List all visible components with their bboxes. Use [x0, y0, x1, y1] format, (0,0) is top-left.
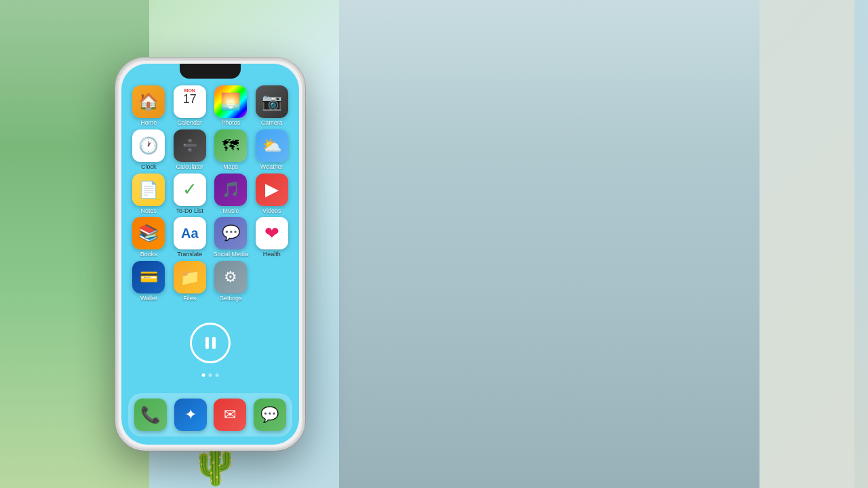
todo-icon: ✓	[174, 174, 206, 206]
health-label: Health	[263, 251, 281, 258]
social-icon: 💬	[214, 217, 247, 249]
appstore-icon: ✦	[174, 399, 207, 431]
app-videos[interactable]: ▶ Videos	[253, 174, 292, 215]
todo-label: To-Do List	[176, 207, 203, 215]
app-translate[interactable]: Aa Translate	[171, 217, 210, 258]
dock-phone[interactable]: 📞	[132, 399, 170, 431]
notes-label: Notes	[140, 207, 157, 215]
maps-icon: 🗺	[214, 129, 247, 162]
app-notes[interactable]: 📄 Notes	[130, 174, 168, 215]
files-icon: 📁	[174, 261, 206, 293]
calculator-label: Calculator	[176, 163, 203, 171]
app-maps[interactable]: 🗺 Maps	[212, 129, 250, 171]
messages-icon: 💬	[254, 399, 286, 431]
dock-mail[interactable]: ✉	[212, 399, 249, 431]
pause-button[interactable]	[190, 323, 231, 363]
clock-label: Clock	[141, 163, 157, 171]
maps-label: Maps	[223, 163, 238, 171]
page-dot-1[interactable]	[202, 373, 205, 377]
weather-icon: ⛅	[256, 129, 288, 162]
settings-icon: ⚙	[214, 261, 247, 293]
app-grid: 🏠 Home MON 17 Calendar 🌅 Photos 📷 Cam	[127, 83, 294, 305]
app-settings[interactable]: ⚙ Settings	[212, 261, 250, 302]
videos-icon: ▶	[256, 174, 288, 206]
app-books[interactable]: 📚 Books	[130, 217, 168, 258]
iphone-screen: 🏠 Home MON 17 Calendar 🌅 Photos 📷 Cam	[121, 64, 299, 445]
camera-icon: 📷	[256, 85, 288, 118]
photos-icon: 🌅	[214, 85, 247, 118]
app-wallet[interactable]: 💳 Wallet	[130, 261, 168, 302]
pause-icon	[205, 337, 216, 349]
wallet-icon: 💳	[132, 261, 165, 293]
background-window	[746, 0, 854, 488]
books-icon: 📚	[132, 217, 165, 249]
translate-label: Translate	[177, 251, 202, 258]
pause-bar-right	[212, 337, 216, 349]
iphone-frame: 🏠 Home MON 17 Calendar 🌅 Photos 📷 Cam	[115, 58, 305, 451]
app-photos[interactable]: 🌅 Photos	[212, 85, 250, 127]
camera-label: Camera	[261, 119, 283, 127]
background-person	[339, 0, 760, 488]
music-label: Music	[222, 207, 239, 215]
wallet-label: Wallet	[140, 295, 157, 302]
app-todo[interactable]: ✓ To-Do List	[171, 174, 210, 215]
app-clock[interactable]: 🕐 Clock	[130, 129, 168, 171]
calendar-label: Calendar	[177, 119, 202, 127]
home-icon: 🏠	[132, 85, 165, 118]
settings-label: Settings	[220, 295, 242, 302]
videos-label: Videos	[262, 207, 281, 215]
weather-label: Weather	[260, 163, 283, 171]
notes-icon: 📄	[132, 174, 165, 206]
dock-appstore[interactable]: ✦	[172, 399, 210, 431]
app-social[interactable]: 💬 Social Media	[212, 217, 250, 258]
app-health[interactable]: ❤ Health	[253, 217, 292, 258]
app-home[interactable]: 🏠 Home	[130, 85, 168, 127]
translate-icon: Aa	[174, 217, 206, 249]
app-music[interactable]: 🎵 Music	[212, 174, 250, 215]
page-dots	[202, 373, 219, 377]
clock-icon: 🕐	[132, 129, 165, 162]
books-label: Books	[140, 251, 157, 258]
empty-slot	[253, 261, 285, 293]
page-dot-3[interactable]	[216, 373, 219, 377]
dock: 📞 ✦ ✉ 💬	[128, 393, 292, 436]
page-dot-2[interactable]	[209, 373, 212, 377]
music-icon: 🎵	[214, 174, 247, 206]
calendar-icon: MON 17	[174, 85, 206, 118]
app-weather[interactable]: ⛅ Weather	[253, 129, 292, 171]
dock-messages[interactable]: 💬	[252, 399, 289, 431]
phone-container: 🏠 Home MON 17 Calendar 🌅 Photos 📷 Cam	[68, 0, 353, 488]
photos-label: Photos	[221, 119, 240, 127]
app-calendar[interactable]: MON 17 Calendar	[171, 85, 210, 127]
pause-bar-left	[205, 337, 209, 349]
calculator-icon: ➗	[174, 129, 206, 162]
home-label: Home	[140, 119, 157, 127]
iphone-notch	[180, 64, 241, 79]
health-icon: ❤	[256, 217, 288, 249]
app-calculator[interactable]: ➗ Calculator	[171, 129, 210, 171]
phone-icon: 📞	[134, 399, 167, 431]
social-label: Social Media	[213, 251, 248, 258]
mail-icon: ✉	[214, 399, 246, 431]
app-files[interactable]: 📁 Files	[171, 261, 210, 302]
files-label: Files	[183, 295, 196, 302]
app-camera[interactable]: 📷 Camera	[253, 85, 292, 127]
